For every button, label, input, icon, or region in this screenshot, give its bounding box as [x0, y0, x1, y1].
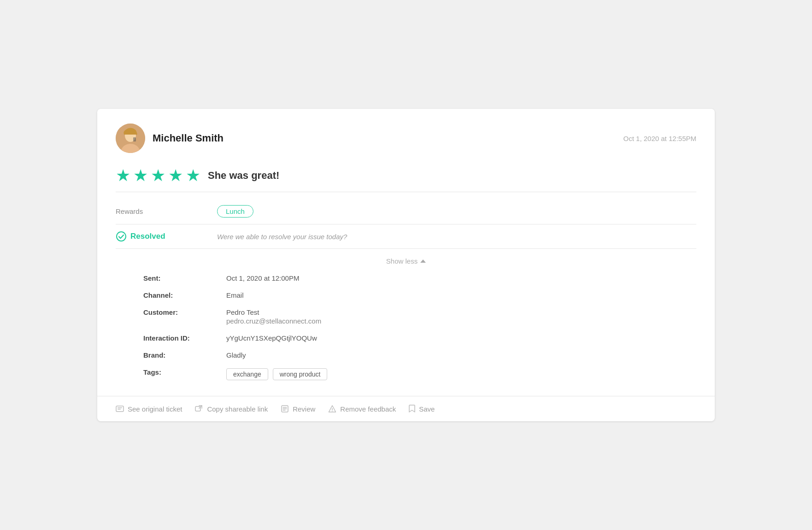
chevron-up-icon [420, 259, 426, 263]
star-5: ★ [186, 166, 200, 185]
customer-row: Customer: Pedro Test pedro.cruz@stellaco… [143, 304, 669, 330]
remove-feedback-label: Remove feedback [340, 405, 396, 413]
brand-row: Brand: Gladly [143, 347, 669, 364]
svg-rect-7 [118, 407, 122, 408]
show-less-label: Show less [386, 257, 418, 265]
review-button[interactable]: Review [281, 405, 328, 413]
card-body: Michelle Smith Oct 1, 2020 at 12:55PM ★ … [97, 109, 715, 396]
brand-label: Brand: [143, 351, 226, 359]
star-1: ★ [116, 166, 130, 185]
tag-exchange: exchange [226, 368, 268, 380]
brand-value: Gladly [226, 351, 669, 359]
svg-rect-8 [118, 409, 121, 410]
details-table: Sent: Oct 1, 2020 at 12:00PM Channel: Em… [116, 270, 696, 385]
see-original-label: See original ticket [128, 405, 182, 413]
card-footer: See original ticket Copy shareable link … [97, 396, 715, 421]
rewards-label: Rewards [116, 207, 217, 215]
rewards-row: Rewards Lunch [116, 199, 696, 224]
star-2: ★ [133, 166, 148, 185]
channel-value: Email [226, 291, 669, 299]
interaction-row: Interaction ID: yYgUcnY1SXepQGtjlYOQUw [143, 330, 669, 347]
resolved-row: Resolved Were we able to resolve your is… [116, 224, 696, 249]
ticket-icon [116, 405, 124, 412]
resolved-label: Resolved [116, 231, 217, 242]
header: Michelle Smith Oct 1, 2020 at 12:55PM [116, 124, 696, 153]
resolved-text: Resolved [130, 232, 165, 241]
agent-name: Michelle Smith [153, 132, 224, 144]
channel-label: Channel: [143, 291, 226, 299]
customer-name: Pedro Test [226, 308, 669, 316]
check-circle-icon [116, 231, 127, 242]
timestamp: Oct 1, 2020 at 12:55PM [624, 135, 696, 142]
rating-comment: She was great! [208, 170, 279, 182]
save-label: Save [419, 405, 435, 413]
svg-point-5 [117, 232, 126, 241]
header-left: Michelle Smith [116, 124, 224, 153]
remove-feedback-button[interactable]: Remove feedback [328, 405, 409, 413]
show-less-button[interactable]: Show less [386, 257, 426, 265]
resolved-question: Were we able to resolve your issue today… [217, 233, 347, 241]
customer-value: Pedro Test pedro.cruz@stellaconnect.com [226, 308, 669, 325]
save-button[interactable]: Save [409, 405, 447, 413]
stars: ★ ★ ★ ★ ★ [116, 166, 200, 185]
tag-wrong-product: wrong product [273, 368, 328, 380]
share-icon [195, 405, 203, 413]
svg-rect-11 [332, 408, 333, 410]
sent-value: Oct 1, 2020 at 12:00PM [226, 274, 669, 282]
rewards-badge: Lunch [217, 205, 253, 218]
svg-point-12 [332, 411, 333, 412]
divider-1 [116, 192, 696, 192]
svg-rect-9 [195, 406, 200, 411]
sent-label: Sent: [143, 274, 226, 282]
rewards-value: Lunch [217, 205, 696, 218]
svg-rect-4 [133, 137, 136, 141]
customer-email: pedro.cruz@stellaconnect.com [226, 317, 669, 325]
see-original-button[interactable]: See original ticket [116, 405, 195, 413]
customer-label: Customer: [143, 308, 226, 316]
interaction-label: Interaction ID: [143, 334, 226, 342]
channel-row: Channel: Email [143, 287, 669, 304]
avatar [116, 124, 145, 153]
feedback-card: Michelle Smith Oct 1, 2020 at 12:55PM ★ … [97, 109, 715, 421]
warning-icon [328, 405, 336, 413]
review-icon [281, 405, 289, 413]
tags-label: Tags: [143, 368, 226, 376]
star-4: ★ [168, 166, 183, 185]
tags-row: Tags: exchange wrong product [143, 364, 669, 385]
bookmark-icon [409, 405, 415, 413]
review-label: Review [293, 405, 315, 413]
stars-row: ★ ★ ★ ★ ★ She was great! [116, 166, 696, 185]
copy-link-button[interactable]: Copy shareable link [195, 405, 281, 413]
copy-link-label: Copy shareable link [207, 405, 268, 413]
show-less-row: Show less [116, 249, 696, 270]
sent-row: Sent: Oct 1, 2020 at 12:00PM [143, 270, 669, 287]
interaction-value: yYgUcnY1SXepQGtjlYOQUw [226, 334, 669, 342]
star-3: ★ [151, 166, 165, 185]
tags-container: exchange wrong product [226, 368, 669, 380]
